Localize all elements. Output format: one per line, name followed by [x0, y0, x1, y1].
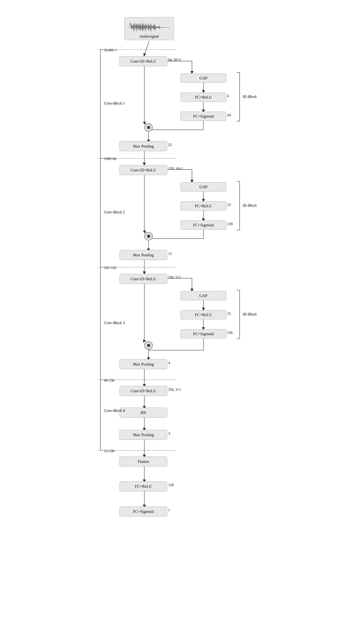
maxpool4-val: 3: [168, 431, 170, 436]
bn-4: BN: [120, 408, 167, 418]
maxpool1-val: 25: [168, 143, 172, 147]
audiosignal-label: Audiosignal: [139, 34, 159, 39]
block4-size-label: 12×256: [104, 449, 114, 453]
block2-size-label: 165×128: [104, 266, 116, 270]
se-block-2-label: SE-Block: [242, 203, 257, 208]
fc-relu2-val: 12: [227, 203, 231, 207]
multiply-3: ⊗: [144, 341, 153, 350]
svg-line-0: [144, 41, 149, 55]
fc-sigmoid-3: FC+Sigmoid: [180, 329, 226, 338]
max-pooling-3: Max Pooling: [120, 359, 167, 369]
fc-relu-2: FC+ReLU: [180, 201, 226, 210]
conv-block-1-label: Conv-Block 1: [104, 101, 125, 106]
conv3-params-label: 256, 5×1: [168, 275, 181, 280]
conv-block-2-label: Conv-Block 2: [104, 210, 125, 214]
block1-size-label: 1998×64: [104, 157, 116, 161]
fc-relu3-val: 25: [227, 312, 231, 316]
max-pooling-2: Max Pooling: [120, 250, 167, 260]
fc-relu-final-val: 128: [168, 483, 174, 487]
fc-relu-3: FC+ReLU: [180, 310, 226, 319]
multiply-1: ⊗: [144, 123, 153, 132]
fc-relu-1: FC+ReLU: [180, 92, 226, 102]
gap-3: GAP: [180, 291, 226, 300]
conv1-params-label: 64, 30×1: [168, 58, 181, 62]
maxpool3-val: 4: [168, 361, 170, 365]
gap-2: GAP: [180, 182, 226, 192]
maxpool2-val: 12: [168, 252, 172, 256]
multiply-2: ⊗: [144, 232, 153, 240]
conv1d-relu-3: Conv1D+ReLU: [120, 274, 167, 284]
conv-block-3-label: Conv-Block 3: [104, 321, 125, 325]
max-pooling-1: Max Pooling: [120, 141, 167, 151]
conv-block-4-label: Conv-Block 4: [104, 408, 125, 413]
se-block-3-label: SE-Block: [242, 312, 257, 316]
flatten: Flatten: [120, 456, 167, 466]
fc-sig1-val: 64: [227, 113, 231, 117]
fc-sigmoid-1: FC+Sigmoid: [180, 112, 226, 121]
conv1d-relu-1: Conv1D+ReLU: [120, 56, 167, 66]
conv1d-relu-4: Conv1D+ReLU: [120, 386, 167, 396]
se-block-1-label: SE-Block: [242, 94, 257, 99]
fc-sigmoid-final-val: 1: [168, 508, 170, 512]
svg-line-9: [144, 121, 145, 123]
input-size-label: 50,000×1: [104, 48, 117, 52]
svg-line-20: [144, 230, 145, 232]
fc-sigmoid-final: FC+Sigmoid: [120, 506, 167, 516]
fc-sigmoid-2: FC+Sigmoid: [180, 220, 226, 230]
fc-relu-final: FC+ReLU: [120, 482, 167, 491]
gap-1: GAP: [180, 74, 226, 83]
conv2-params-label: 128, 16×1: [168, 166, 183, 171]
fc-sig2-val: 128: [227, 222, 233, 226]
block3-size-label: 40×256: [104, 378, 114, 382]
audio-waveform: [128, 22, 170, 33]
audiosignal-node: Audiosignal: [124, 17, 174, 40]
fc-relu1-val: 6: [227, 94, 229, 98]
max-pooling-4: Max Pooling: [120, 430, 167, 440]
conv1d-relu-2: Conv1D+ReLU: [120, 165, 167, 175]
fc-sig3-val: 256: [227, 330, 233, 335]
conv4-params-label: 256, 3×1: [168, 388, 181, 392]
